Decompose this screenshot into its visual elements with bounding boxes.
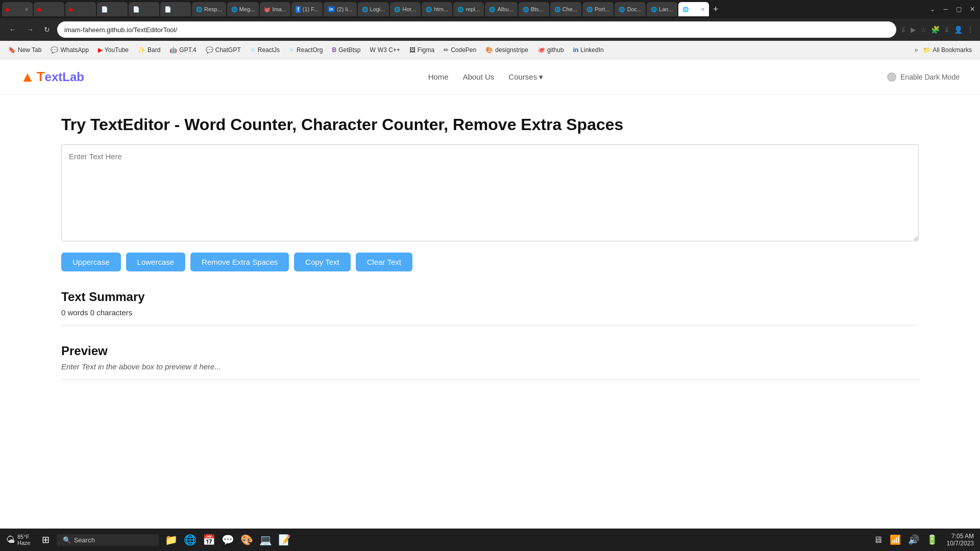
start-button[interactable]: ⊞	[39, 533, 53, 546]
bookmark-star-icon[interactable]: ☆	[920, 26, 927, 34]
address-input[interactable]	[64, 26, 889, 34]
bookmark-gpt4[interactable]: 🤖 GPT.4	[165, 45, 200, 55]
copy-text-button[interactable]: Copy Text	[294, 253, 350, 271]
browser-tab[interactable]: 🌐 Albu...	[485, 2, 517, 16]
browser-tab[interactable]: ▶	[34, 2, 64, 16]
bookmark-reactorg[interactable]: ⚛ ReactOrg	[285, 45, 327, 55]
browser-tab[interactable]: 🌐 Logi...	[358, 2, 389, 16]
close-btn[interactable]: ✕	[967, 5, 978, 14]
tab-dropdown-btn[interactable]: ⌄	[927, 5, 938, 14]
bookmark-youtube[interactable]: ▶ YouTube	[94, 45, 133, 55]
browser-tab[interactable]: 🌐 repl...	[453, 2, 484, 16]
minimize-btn[interactable]: ─	[940, 5, 951, 14]
chars-label: characters	[96, 308, 132, 317]
nav-courses[interactable]: Courses ▾	[508, 72, 543, 82]
dark-mode-toggle[interactable]: Enable Dark Mode	[887, 72, 960, 82]
bookmark-bard[interactable]: ✨ Bard	[134, 45, 164, 55]
bookmark-w3c[interactable]: W W3 C++	[365, 45, 404, 55]
taskbar-app-settings[interactable]: ⚙	[295, 533, 308, 547]
bookmark-icon: 🔖	[8, 46, 16, 54]
network-icon[interactable]: 📶	[888, 533, 903, 546]
browser-tab[interactable]: in (2) li...	[324, 2, 357, 16]
battery-icon[interactable]: 🔋	[924, 533, 940, 546]
browser-tab[interactable]: 🌐 Doc...	[615, 2, 646, 16]
browser-tab[interactable]: 🐙 Ima...	[260, 2, 290, 16]
chatgpt-icon: 💬	[206, 46, 213, 54]
bookmark-label: github	[547, 46, 564, 54]
reload-button[interactable]: ↻	[41, 23, 53, 36]
remove-spaces-button[interactable]: Remove Extra Spaces	[190, 253, 289, 271]
new-tab-button[interactable]: +	[710, 4, 722, 15]
bookmark-reactjs[interactable]: ⚛ ReactJs	[246, 45, 284, 55]
back-button[interactable]: ←	[6, 23, 19, 36]
tab-favicon: ▶	[69, 6, 74, 13]
browser-tab[interactable]: 🌐 Bts...	[519, 2, 549, 16]
uppercase-button[interactable]: Uppercase	[61, 253, 121, 271]
bookmark-label: New Tab	[18, 46, 41, 54]
browser-tab[interactable]: ▶	[65, 2, 96, 16]
bookmark-new-tab[interactable]: 🔖 New Tab	[4, 45, 45, 55]
profile-icon[interactable]: 👤	[954, 26, 963, 34]
bookmark-getbtsp[interactable]: B GetBtsp	[328, 45, 364, 55]
maximize-btn[interactable]: ▢	[953, 5, 965, 14]
tab-title: (1) F...	[303, 6, 318, 12]
codepen-icon: ✏	[444, 46, 449, 54]
bookmarks-more[interactable]: »	[915, 46, 918, 54]
browser-tab[interactable]: 🌐 Che...	[550, 2, 581, 16]
nvidia-icon[interactable]: 🖥	[871, 534, 885, 546]
taskbar-app-photos[interactable]: 🎨	[238, 533, 255, 547]
browser-tab[interactable]: 📄	[129, 2, 159, 16]
browser-tab[interactable]: f (1) F...	[291, 2, 323, 16]
nav-about[interactable]: About Us	[463, 72, 495, 81]
taskbar-app-files[interactable]: 📁	[163, 533, 180, 547]
address-bar-input-wrap[interactable]	[57, 21, 896, 38]
browser-tab-active[interactable]: 🌐 ✕	[678, 2, 709, 16]
tab-favicon: ▶	[6, 6, 10, 13]
volume-icon[interactable]: 🔊	[906, 533, 921, 546]
tab-close-btn[interactable]: ✕	[24, 7, 29, 12]
browser-tab[interactable]: 🌐 Resp...	[192, 2, 226, 16]
dark-mode-toggle-circle[interactable]	[887, 72, 896, 82]
tab-favicon: 🌐	[586, 7, 593, 12]
bookmark-figma[interactable]: 🖼 Figma	[405, 45, 438, 55]
cast-icon[interactable]: ▶	[911, 26, 916, 34]
bookmark-linkedin[interactable]: in LinkedIn	[569, 45, 608, 55]
bookmark-designstripe[interactable]: 🎨 designstripe	[481, 45, 532, 55]
download-icon[interactable]: ⇓	[900, 26, 906, 34]
browser-tab[interactable]: 🌐 Hor...	[390, 2, 421, 16]
tab-title: Meg...	[239, 6, 255, 12]
bookmark-chatgpt[interactable]: 💬 ChatGPT	[202, 45, 245, 55]
bookmark-codepen[interactable]: ✏ CodePen	[439, 45, 480, 55]
bookmark-all[interactable]: 📁 All Bookmarks	[919, 45, 976, 55]
forward-button[interactable]: →	[23, 23, 37, 36]
download-list-icon[interactable]: ⇓	[944, 26, 950, 34]
browser-tab[interactable]: 🌐 Port...	[582, 2, 614, 16]
lowercase-button[interactable]: Lowercase	[126, 253, 186, 271]
menu-icon[interactable]: ⋮	[967, 26, 974, 34]
extensions-icon[interactable]: 🧩	[931, 26, 940, 34]
weather-info: 85°F Haze	[17, 534, 31, 546]
taskbar-app-calendar[interactable]: 📅	[201, 533, 217, 547]
nav-home[interactable]: Home	[428, 72, 449, 81]
taskbar-app-edge[interactable]: 🌐	[182, 533, 199, 547]
tab-title: Port...	[595, 6, 609, 12]
browser-tab[interactable]: 📄	[97, 2, 128, 16]
taskbar-app-teams[interactable]: 💬	[219, 533, 236, 547]
browser-tab[interactable]: 🌐 Lan...	[647, 2, 677, 16]
browser-tab[interactable]: 🌐 Meg...	[227, 2, 259, 16]
tab-favicon: 🌐	[457, 7, 463, 12]
clear-text-button[interactable]: Clear Text	[356, 253, 412, 271]
browser-tab[interactable]: 📄	[160, 2, 191, 16]
taskbar-search[interactable]: 🔍 Search	[57, 534, 159, 546]
taskbar-app-vscode[interactable]: 💻	[257, 533, 274, 547]
main-content: Try TextEditor - Word Counter, Character…	[0, 95, 980, 408]
text-editor-textarea[interactable]	[61, 144, 919, 241]
tab-title: Resp...	[204, 6, 222, 12]
bootstrap-icon: B	[332, 46, 336, 54]
browser-tab[interactable]: ▶ ✕	[2, 2, 33, 16]
bookmark-github[interactable]: 🐙 github	[533, 45, 568, 55]
taskbar-app-word[interactable]: 📝	[276, 533, 293, 547]
bookmark-whatsapp[interactable]: 💬 WhatsApp	[46, 45, 92, 55]
browser-tab[interactable]: 🌐 htm...	[422, 2, 452, 16]
tab-close-btn[interactable]: ✕	[701, 7, 705, 12]
